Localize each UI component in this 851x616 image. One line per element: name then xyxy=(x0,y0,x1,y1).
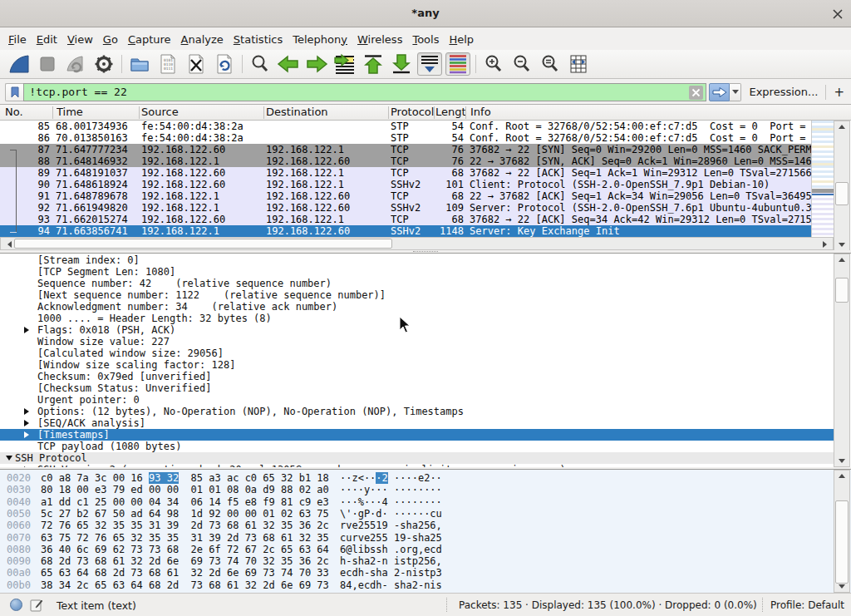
go-forward-icon[interactable] xyxy=(304,52,329,76)
detail-row[interactable]: Window size value: 227 xyxy=(0,336,834,347)
filter-input[interactable]: !tcp.port == 22 xyxy=(23,83,706,101)
expand-icon[interactable] xyxy=(24,420,29,426)
detail-row[interactable]: [SEQ/ACK analysis] xyxy=(0,417,834,429)
packet-row-93[interactable]: 9371.662015274192.168.122.60192.168.122.… xyxy=(0,214,811,225)
hex-row-0040[interactable]: 0040a1 dd c1 25 00 00 04 34 06 14 f5 e8 … xyxy=(0,496,834,508)
menubar: FileEditViewGoCaptureAnalyzeStatisticsTe… xyxy=(0,28,851,50)
detail-row[interactable]: SSH Version 2 (encryption:chacha20-poly1… xyxy=(0,464,834,467)
stop-capture-icon[interactable] xyxy=(35,52,60,76)
detail-row[interactable]: Sequence number: 42 (relative sequence n… xyxy=(0,278,834,289)
packet-row-89[interactable]: 8971.648191037192.168.122.60192.168.122.… xyxy=(0,167,811,179)
zoom-out-icon[interactable] xyxy=(509,52,534,76)
hex-row-0080[interactable]: 008036 40 6c 69 62 73 73 68 2e 6f 72 67 … xyxy=(0,544,834,555)
hex-row-00b0[interactable]: 00b038 34 2c 65 63 64 68 2d 73 68 61 32 … xyxy=(0,579,834,591)
menu-edit[interactable]: Edit xyxy=(32,30,62,49)
go-back-icon[interactable] xyxy=(276,52,301,76)
go-first-icon[interactable] xyxy=(361,52,386,76)
go-last-icon[interactable] xyxy=(389,52,414,76)
detail-row[interactable]: [Stream index: 0] xyxy=(0,254,834,266)
reload-file-icon[interactable] xyxy=(212,52,237,76)
packet-list-hscrollbar[interactable] xyxy=(0,237,834,250)
zoom-in-icon[interactable] xyxy=(481,52,506,76)
column-header-info[interactable]: Info xyxy=(470,106,587,118)
expand-icon[interactable] xyxy=(24,408,29,415)
collapse-icon[interactable] xyxy=(6,456,12,461)
detail-row[interactable]: [TCP Segment Len: 1080] xyxy=(0,266,834,278)
detail-row[interactable]: 1000 .... = Header Length: 32 bytes (8) xyxy=(0,313,834,324)
open-file-icon[interactable] xyxy=(127,52,152,76)
menu-file[interactable]: File xyxy=(3,30,32,49)
expression-button[interactable]: Expression... xyxy=(749,86,818,98)
detail-row[interactable]: [Timestamps] xyxy=(0,429,834,441)
column-header-source[interactable]: Source xyxy=(141,106,258,118)
menu-tools[interactable]: Tools xyxy=(407,30,444,49)
filter-add-button[interactable]: + xyxy=(832,85,846,100)
detail-row[interactable]: Acknowledgment number: 34 (relative ack … xyxy=(0,301,834,313)
resize-columns-icon[interactable] xyxy=(566,52,591,76)
find-packet-icon[interactable] xyxy=(248,52,273,76)
packet-details-pane: [Stream index: 0][TCP Segment Len: 1080]… xyxy=(0,253,851,467)
hex-row-0070[interactable]: 007063 75 72 76 65 32 35 35 31 39 2d 73 … xyxy=(0,532,834,544)
menu-go[interactable]: Go xyxy=(98,30,123,49)
column-header-destination[interactable]: Destination xyxy=(266,106,382,118)
expand-icon[interactable] xyxy=(24,466,29,467)
detail-row[interactable]: [Window size scaling factor: 128] xyxy=(0,359,834,371)
filter-clear-icon[interactable] xyxy=(689,86,703,102)
go-to-packet-icon[interactable] xyxy=(332,52,357,76)
packet-row-86[interactable]: 8670.013850163fe:54:00:d4:38:2aSTP54Conf… xyxy=(0,132,811,144)
status-profile[interactable]: Profile: Default xyxy=(770,599,844,611)
detail-row[interactable]: [Calculated window size: 29056] xyxy=(0,347,834,359)
hex-row-0060[interactable]: 006072 76 65 32 35 35 31 39 2d 73 68 61 … xyxy=(0,520,834,531)
packet-list-header[interactable]: No.TimeSourceDestinationProtocolLengthIn… xyxy=(0,105,851,121)
filter-apply-icon[interactable] xyxy=(709,83,730,101)
detail-row[interactable]: Flags: 0x018 (PSH, ACK) xyxy=(0,324,834,336)
zoom-100-icon[interactable] xyxy=(538,52,563,76)
restart-capture-icon[interactable] xyxy=(63,52,88,76)
detail-row[interactable]: Urgent pointer: 0 xyxy=(0,394,834,406)
menu-analyze[interactable]: Analyze xyxy=(176,30,229,49)
hex-row-0090[interactable]: 009068 2d 73 68 61 32 2d 6e 69 73 74 70 … xyxy=(0,555,834,567)
detail-row[interactable]: Options: (12 bytes), No-Operation (NOP),… xyxy=(0,406,834,417)
capture-comment-icon[interactable] xyxy=(30,599,43,614)
close-file-icon[interactable] xyxy=(184,52,209,76)
menu-telephony[interactable]: Telephony xyxy=(288,30,352,49)
save-file-icon[interactable]: 010101100111 xyxy=(155,52,180,76)
close-icon[interactable] xyxy=(831,7,844,21)
details-scrollbar[interactable] xyxy=(834,254,850,467)
expert-info-icon[interactable] xyxy=(10,599,22,611)
menu-capture[interactable]: Capture xyxy=(123,30,176,49)
colorize-icon[interactable] xyxy=(445,52,470,76)
filter-bookmark-icon[interactable] xyxy=(5,83,23,101)
packet-row-91[interactable]: 9171.648789678192.168.122.1192.168.122.6… xyxy=(0,190,811,202)
hex-row-00a0[interactable]: 00a065 63 64 68 2d 73 68 61 32 2d 6e 69 … xyxy=(0,567,834,579)
start-capture-icon[interactable] xyxy=(7,52,32,76)
packet-row-85[interactable]: 8568.001734936fe:54:00:d4:38:2aSTP54Conf… xyxy=(0,121,811,132)
packet-row-87[interactable]: 8771.647777234192.168.122.60192.168.122.… xyxy=(0,144,811,155)
expand-icon[interactable] xyxy=(24,327,29,333)
packet-minimap xyxy=(811,121,834,237)
detail-row[interactable]: [Next sequence number: 1122 (relative se… xyxy=(0,289,834,301)
expand-icon[interactable] xyxy=(24,431,29,438)
menu-wireless[interactable]: Wireless xyxy=(352,30,407,49)
detail-row[interactable]: [Checksum Status: Unverified] xyxy=(0,382,834,394)
hex-row-0050[interactable]: 00505c 27 b2 67 50 ad 64 98 1d 92 00 00 … xyxy=(0,508,834,520)
packet-row-90[interactable]: 9071.648618924192.168.122.60192.168.122.… xyxy=(0,179,811,190)
menu-view[interactable]: View xyxy=(62,30,98,49)
filter-history-caret-icon[interactable] xyxy=(730,83,741,101)
detail-row[interactable]: SSH Protocol xyxy=(0,452,834,464)
hex-scrollbar[interactable] xyxy=(834,470,850,593)
packet-list: No.TimeSourceDestinationProtocolLengthIn… xyxy=(0,105,851,250)
detail-row[interactable]: TCP payload (1080 bytes) xyxy=(0,441,834,452)
packet-row-94[interactable]: 9471.663856741192.168.122.1192.168.122.6… xyxy=(0,225,811,237)
detail-row[interactable]: Checksum: 0x79ed [unverified] xyxy=(0,371,834,382)
hex-row-0020[interactable]: 0020c0 a8 7a 3c 00 16 93 32 85 a3 ac c0 … xyxy=(0,472,834,484)
auto-scroll-icon[interactable] xyxy=(417,52,442,76)
menu-help[interactable]: Help xyxy=(444,30,479,49)
packet-row-88[interactable]: 8871.648146932192.168.122.1192.168.122.6… xyxy=(0,155,811,167)
packet-list-scrollbar[interactable] xyxy=(834,121,850,251)
hex-row-0030[interactable]: 003080 18 00 e3 79 ed 00 00 01 01 08 0a … xyxy=(0,484,834,495)
capture-options-icon[interactable] xyxy=(91,52,116,76)
packet-row-92[interactable]: 9271.661949820192.168.122.1192.168.122.6… xyxy=(0,202,811,214)
menu-statistics[interactable]: Statistics xyxy=(229,30,288,49)
column-header-length[interactable]: Length xyxy=(435,106,465,118)
